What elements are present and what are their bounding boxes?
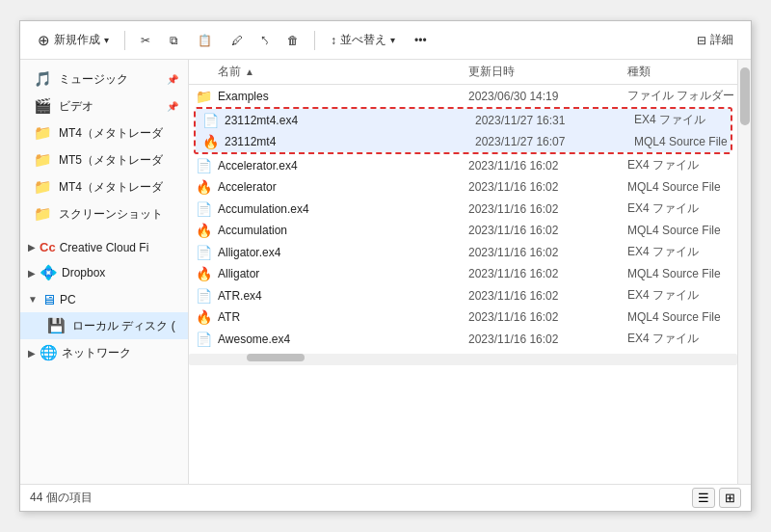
file-type: MQL4 Source File [627, 224, 737, 237]
paste-icon: 📋 [198, 34, 212, 47]
grid-view-button[interactable]: ⊞ [719, 488, 741, 508]
table-row[interactable]: 📄 Awesome.ex4 2023/11/16 16:02 EX4 ファイル [189, 328, 737, 350]
file-type: MQL4 Source File [634, 135, 731, 148]
disk-icon: 💾 [47, 317, 66, 334]
sidebar-item-label: ローカル ディスク ( [72, 318, 175, 334]
copy-button[interactable]: ⧉ [162, 30, 186, 51]
document-icon: 📄 [196, 113, 225, 128]
detail-button[interactable]: ⊟ 詳細 [689, 28, 741, 52]
vertical-scrollbar[interactable] [737, 60, 751, 484]
pc-icon: 🖥 [41, 291, 56, 307]
table-row[interactable]: 🔥 23112mt4 2023/11/27 16:07 MQL4 Source … [196, 131, 731, 152]
document-icon: 📄 [189, 158, 218, 173]
pin-icon: 📌 [167, 74, 178, 85]
sort-button[interactable]: ↕ 並べ替え ▾ [323, 28, 403, 52]
rename-button[interactable]: 🖊 [224, 30, 251, 51]
delete-button[interactable]: 🗑 [279, 30, 306, 51]
cut-button[interactable]: ✂ [133, 30, 158, 51]
mql-icon: 🔥 [189, 266, 218, 281]
new-icon: ⊕ [38, 32, 50, 49]
dropbox-label: Dropbox [62, 266, 105, 279]
file-explorer-window: ⊕ 新規作成 ▾ ✂ ⧉ 📋 🖊 ⤴ 🗑 ↕ 並べ替え ▾ ••• [19, 20, 752, 512]
file-date: 2023/11/16 16:02 [468, 289, 627, 303]
file-name: Awesome.ex4 [218, 332, 468, 346]
separator-2 [314, 31, 315, 50]
sidebar-item-label: ビデオ [59, 98, 93, 115]
sidebar-item-label: ミュージック [59, 71, 128, 88]
sidebar-item-label: MT4（メタトレーダ [59, 125, 163, 142]
chevron-down-icon: ▼ [28, 294, 38, 305]
col-type-label: 種類 [627, 65, 651, 78]
more-button[interactable]: ••• [407, 30, 435, 51]
table-row[interactable]: 📄 Accumulation.ex4 2023/11/16 16:02 EX4 … [189, 198, 737, 220]
main-area: 🎵 ミュージック 📌 🎬 ビデオ 📌 📁 MT4（メタトレーダ 📁 MT5（メタ… [20, 60, 751, 484]
detail-icon: ⊟ [697, 34, 706, 47]
table-row[interactable]: 📄 Accelerator.ex4 2023/11/16 16:02 EX4 フ… [189, 154, 737, 176]
file-type: MQL4 Source File [627, 267, 737, 280]
table-row[interactable]: 🔥 Alligator 2023/11/16 16:02 MQL4 Source… [189, 263, 737, 284]
document-icon: 📄 [189, 332, 218, 347]
col-type-header[interactable]: 種類 [627, 64, 737, 80]
file-date: 2023/11/16 16:02 [468, 202, 627, 216]
sidebar-item-screenshot[interactable]: 📁 スクリーンショット [20, 200, 188, 227]
sidebar-item-label: スクリーンショット [59, 206, 163, 223]
network-label: ネットワーク [62, 345, 131, 361]
sidebar-group-creative-cloud[interactable]: ▶ Cc Creative Cloud Fi [20, 235, 188, 259]
creative-cloud-label: Creative Cloud Fi [60, 241, 149, 254]
sidebar-item-video[interactable]: 🎬 ビデオ 📌 [20, 93, 188, 120]
table-row[interactable]: 📄 Alligator.ex4 2023/11/16 16:02 EX4 ファイ… [189, 241, 737, 263]
file-name: Accelerator [218, 180, 468, 194]
file-name: 23112mt4.ex4 [225, 114, 475, 127]
col-date-label: 更新日時 [468, 65, 515, 78]
table-row[interactable]: 📄 23112mt4.ex4 2023/11/27 16:31 EX4 ファイル [196, 109, 731, 131]
sidebar-group-network[interactable]: ▶ 🌐 ネットワーク [20, 339, 188, 366]
col-name-header[interactable]: 名前 ▲ [189, 64, 468, 80]
file-date: 2023/06/30 14:19 [468, 90, 627, 103]
sidebar-item-mt5[interactable]: 📁 MT5（メタトレーダ [20, 146, 188, 173]
creative-cloud-icon: Cc [40, 240, 56, 254]
file-date: 2023/11/16 16:02 [468, 159, 627, 173]
rename-icon: 🖊 [231, 34, 243, 47]
list-view-button[interactable]: ☰ [692, 488, 715, 508]
sort-arrow-icon: ▲ [245, 66, 254, 77]
dropbox-icon: 💠 [40, 264, 58, 281]
paste-button[interactable]: 📋 [190, 30, 220, 51]
table-row[interactable]: 📄 ATR.ex4 2023/11/16 16:02 EX4 ファイル [189, 284, 737, 306]
new-button[interactable]: ⊕ 新規作成 ▾ [30, 28, 117, 53]
horizontal-scrollbar[interactable] [189, 354, 737, 365]
delete-icon: 🗑 [287, 34, 299, 47]
sidebar-item-mt4a[interactable]: 📁 MT4（メタトレーダ [20, 120, 188, 146]
file-name: Alligator.ex4 [218, 246, 468, 259]
file-type: EX4 ファイル [627, 244, 737, 260]
sidebar-item-mt4b[interactable]: 📁 MT4（メタトレーダ [20, 173, 188, 200]
content-area: 名前 ▲ 更新日時 種類 📁 Examples [189, 60, 737, 484]
sidebar-group-pc[interactable]: ▼ 🖥 PC [20, 286, 188, 312]
file-type: EX4 ファイル [627, 200, 737, 217]
col-date-header[interactable]: 更新日時 [468, 64, 627, 80]
status-bar: 44 個の項目 ☰ ⊞ [20, 484, 751, 511]
sidebar-group-dropbox[interactable]: ▶ 💠 Dropbox [20, 259, 188, 286]
network-icon: 🌐 [40, 344, 58, 361]
table-row[interactable]: 📁 Examples 2023/06/30 14:19 ファイル フォルダー [189, 85, 737, 107]
file-date: 2023/11/16 16:02 [468, 332, 627, 346]
table-row[interactable]: 🔥 Accumulation 2023/11/16 16:02 MQL4 Sou… [189, 220, 737, 241]
mql-icon: 🔥 [196, 134, 225, 149]
folder-icon: 📁 [189, 89, 218, 104]
new-label: 新規作成 [54, 32, 100, 48]
file-type: EX4 ファイル [627, 331, 737, 347]
share-icon: ⤴ [258, 33, 272, 46]
sort-icon: ↕ [331, 34, 336, 47]
chevron-right-icon: ▶ [28, 268, 36, 279]
sidebar-item-local-disk[interactable]: 💾 ローカル ディスク ( [20, 312, 188, 339]
sidebar-item-label: MT5（メタトレーダ [59, 152, 163, 169]
table-row[interactable]: 🔥 Accelerator 2023/11/16 16:02 MQL4 Sour… [189, 176, 737, 198]
file-date: 2023/11/16 16:02 [468, 224, 627, 237]
folder-icon: 📁 [34, 124, 52, 142]
file-date: 2023/11/27 16:07 [475, 135, 634, 148]
share-button[interactable]: ⤴ [254, 30, 276, 51]
file-date: 2023/11/16 16:02 [468, 246, 627, 259]
file-date: 2023/11/27 16:31 [475, 114, 634, 127]
file-name: Examples [218, 90, 468, 103]
table-row[interactable]: 🔥 ATR 2023/11/16 16:02 MQL4 Source File [189, 306, 737, 328]
sidebar-item-music[interactable]: 🎵 ミュージック 📌 [20, 66, 188, 93]
